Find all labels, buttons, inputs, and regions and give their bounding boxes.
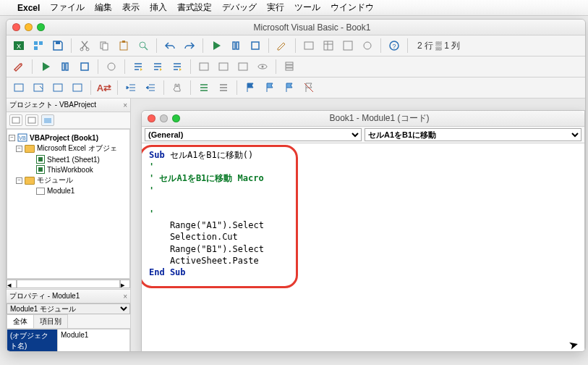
svg-rect-2 (34, 41, 38, 45)
find-icon[interactable] (135, 38, 151, 54)
close-icon[interactable] (12, 23, 20, 31)
stepover-icon[interactable] (150, 59, 166, 75)
properties-grid[interactable]: (オブジェクト名) Module1 (7, 329, 130, 352)
project-hscroll[interactable]: ◂▸ (7, 279, 130, 289)
prop-name-key: (オブジェクト名) (7, 330, 58, 352)
paste-icon[interactable] (116, 38, 132, 54)
flag4-icon[interactable] (301, 80, 317, 96)
menu-edit[interactable]: 編集 (95, 1, 112, 14)
browser-icon[interactable] (340, 38, 356, 54)
design-icon[interactable] (274, 38, 290, 54)
project-root[interactable]: VBAProject (Book1) (30, 134, 98, 142)
quickwatch-icon[interactable] (255, 59, 270, 75)
bm4-icon[interactable] (69, 80, 85, 96)
app-name[interactable]: Excel (17, 3, 40, 13)
svg-rect-25 (200, 63, 208, 70)
locals-icon[interactable] (196, 59, 212, 75)
watch-icon[interactable] (235, 59, 251, 75)
stepinto-icon[interactable] (130, 59, 146, 75)
menu-format[interactable]: 書式設定 (177, 1, 212, 14)
stepout-icon[interactable] (169, 59, 185, 75)
svg-rect-18 (344, 41, 352, 50)
save-icon[interactable] (50, 38, 66, 54)
menu-tools[interactable]: ツール (294, 1, 320, 14)
project-close-icon[interactable]: × (123, 101, 127, 109)
module1-item[interactable]: Module1 (47, 187, 74, 195)
immediate-icon[interactable] (216, 59, 231, 75)
designmode-icon[interactable] (11, 59, 27, 75)
hand-icon[interactable] (169, 80, 185, 96)
properties-object-select[interactable]: Module1 モジュール (7, 303, 130, 314)
menu-file[interactable]: ファイル (50, 1, 85, 14)
stop2-icon[interactable] (77, 59, 93, 75)
code-close-icon[interactable] (148, 114, 155, 122)
view-code-icon[interactable] (9, 114, 22, 126)
callstack-icon[interactable] (281, 59, 297, 75)
toolbar-2 (7, 56, 585, 77)
folder-icon[interactable] (41, 114, 54, 126)
procedure-select[interactable]: セルA1をB1に移動 (365, 128, 581, 141)
font-icon[interactable]: A⇄ (96, 80, 112, 96)
excel-icon[interactable]: X (11, 38, 27, 54)
svg-rect-35 (54, 84, 62, 91)
outdent-icon[interactable] (142, 80, 158, 96)
toolbox-icon[interactable] (359, 38, 375, 54)
sheet1-item[interactable]: Sheet1 (Sheet1) (47, 156, 100, 164)
tab-categorized[interactable]: 項目別 (33, 314, 68, 328)
svg-rect-39 (44, 118, 51, 123)
menu-window[interactable]: ウインドウ (331, 1, 374, 14)
indent-icon[interactable] (123, 80, 139, 96)
project-pane-header: プロジェクト - VBAProject × (7, 98, 130, 112)
object-select[interactable]: (General) (145, 128, 362, 141)
props-icon[interactable] (320, 38, 336, 54)
menu-run[interactable]: 実行 (267, 1, 284, 14)
minimize-icon[interactable] (25, 23, 33, 31)
project-pane-title: プロジェクト - VBAProject (9, 100, 96, 110)
bm2-icon[interactable] (30, 80, 46, 96)
view-object-icon[interactable] (25, 114, 38, 126)
redo-icon[interactable] (182, 38, 197, 54)
svg-point-12 (140, 42, 145, 48)
svg-rect-17 (324, 41, 333, 50)
tab-alpha[interactable]: 全体 (7, 314, 34, 328)
run-icon[interactable] (208, 38, 224, 54)
copy-icon[interactable] (96, 38, 112, 54)
proj-icon[interactable] (301, 38, 317, 54)
tool-icon[interactable] (30, 38, 46, 54)
undo-icon[interactable] (162, 38, 178, 54)
modules-folder[interactable]: モジュール (37, 175, 73, 185)
comment-icon[interactable] (196, 80, 212, 96)
thisworkbook-item[interactable]: ThisWorkbook (47, 166, 93, 174)
project-tree[interactable]: −VBVBAProject (Book1) −Microsoft Excel オ… (7, 129, 130, 279)
flag3-icon[interactable] (281, 80, 297, 96)
svg-rect-3 (39, 41, 43, 45)
code-min-icon[interactable] (160, 114, 168, 122)
svg-rect-10 (120, 42, 127, 50)
svg-rect-31 (286, 65, 293, 67)
cut-icon[interactable] (77, 38, 93, 54)
help-icon[interactable]: ? (386, 38, 402, 54)
pause-icon[interactable] (228, 38, 244, 54)
properties-pane: プロパティ - Module1 × Module1 モジュール 全体 項目別 (… (7, 289, 130, 352)
flag2-icon[interactable] (262, 80, 278, 96)
menu-view[interactable]: 表示 (122, 1, 140, 14)
properties-header: プロパティ - Module1 × (7, 290, 130, 303)
svg-text:X: X (17, 43, 21, 50)
prop-name-value[interactable]: Module1 (58, 330, 129, 352)
excel-objects-folder[interactable]: Microsoft Excel オブジェ (37, 143, 117, 154)
menu-insert[interactable]: 挿入 (150, 1, 167, 14)
run2-icon[interactable] (38, 59, 54, 75)
bm1-icon[interactable] (11, 80, 27, 96)
bm3-icon[interactable] (50, 80, 66, 96)
break-icon[interactable] (103, 59, 119, 75)
properties-close-icon[interactable]: × (123, 293, 127, 301)
code-editor[interactable]: Sub セルA1をB1に移動() ' ' セルA1をB1に移動 Macro ' … (142, 143, 584, 352)
uncomment-icon[interactable] (216, 80, 231, 96)
flag1-icon[interactable] (242, 80, 258, 96)
code-window-title: Book1 - Module1 (コード) (180, 112, 579, 125)
code-zoom-icon[interactable] (172, 114, 180, 122)
zoom-icon[interactable] (37, 23, 45, 31)
pause2-icon[interactable] (57, 59, 73, 75)
stop-icon[interactable] (247, 38, 263, 54)
menu-debug[interactable]: デバッグ (222, 1, 257, 14)
